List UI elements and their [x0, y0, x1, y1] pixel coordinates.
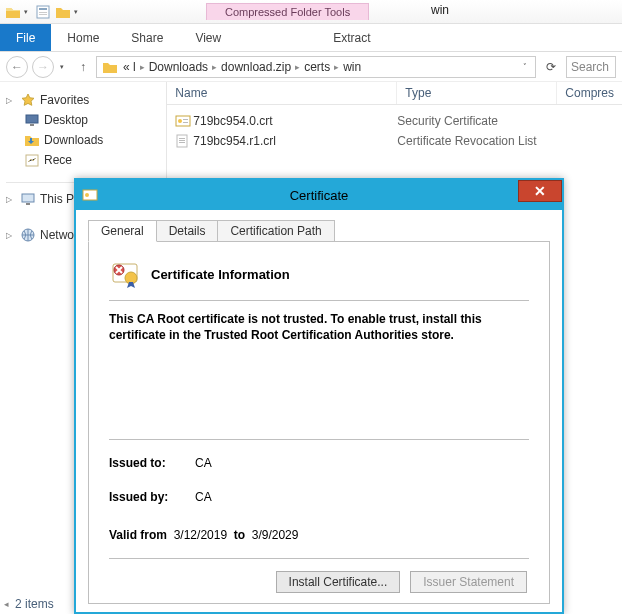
- dialog-titlebar[interactable]: Certificate ✕: [76, 180, 562, 210]
- certificate-badge-icon: [109, 258, 141, 290]
- history-dropdown-icon[interactable]: ▾: [60, 63, 68, 71]
- svg-rect-2: [39, 12, 47, 13]
- file-type: Certificate Revocation List: [397, 134, 557, 148]
- tab-general[interactable]: General: [88, 220, 157, 242]
- search-input[interactable]: Search: [566, 56, 616, 78]
- tab-panel-general: Certificate Information This CA Root cer…: [88, 242, 550, 604]
- computer-icon: [20, 191, 36, 207]
- sidebar-item-downloads[interactable]: Downloads: [6, 130, 160, 150]
- validity-row: Valid from 3/12/2019 to 3/9/2029: [109, 528, 529, 542]
- dialog-tabs: General Details Certification Path: [88, 220, 550, 242]
- new-folder-icon[interactable]: [54, 3, 72, 21]
- collapse-icon[interactable]: ▷: [6, 96, 16, 105]
- close-button[interactable]: ✕: [518, 180, 562, 202]
- breadcrumb[interactable]: win: [343, 60, 361, 74]
- file-tab[interactable]: File: [0, 24, 51, 51]
- breadcrumb[interactable]: Downloads: [149, 60, 208, 74]
- status-bar: ◂ 2 items: [4, 597, 54, 611]
- back-button[interactable]: ←: [6, 56, 28, 78]
- favorites-label: Favorites: [40, 93, 89, 107]
- sidebar-item-label: Desktop: [44, 113, 88, 127]
- svg-rect-7: [22, 194, 34, 202]
- certificate-dialog: Certificate ✕ General Details Certificat…: [74, 178, 564, 614]
- chevron-right-icon[interactable]: ▸: [140, 62, 145, 72]
- properties-icon[interactable]: [34, 3, 52, 21]
- tab-extract[interactable]: Extract: [309, 24, 394, 51]
- favorites-group[interactable]: ▷ Favorites: [6, 90, 160, 110]
- network-icon: [20, 227, 36, 243]
- chevron-right-icon[interactable]: ▸: [295, 62, 300, 72]
- contextual-tools-tab[interactable]: Compressed Folder Tools: [206, 3, 369, 20]
- file-type: Security Certificate: [397, 114, 557, 128]
- issued-to-row: Issued to: CA: [109, 456, 529, 470]
- issued-by-row: Issued by: CA: [109, 490, 529, 504]
- sidebar-item-desktop[interactable]: Desktop: [6, 110, 160, 130]
- address-bar[interactable]: « l ▸ Downloads ▸ download.zip ▸ certs ▸…: [96, 56, 536, 78]
- svg-point-19: [85, 193, 89, 197]
- svg-point-11: [178, 119, 182, 123]
- certificate-info-heading: Certificate Information: [151, 267, 290, 282]
- column-headers[interactable]: Name Type Compres: [167, 82, 622, 105]
- svg-rect-16: [179, 140, 185, 141]
- table-row[interactable]: 719bc954.0.crt Security Certificate: [167, 111, 622, 131]
- tab-details[interactable]: Details: [156, 220, 219, 242]
- issuer-statement-button: Issuer Statement: [410, 571, 527, 593]
- quick-access-toolbar: ▾ ▾ Compressed Folder Tools win: [0, 0, 622, 24]
- svg-rect-8: [26, 203, 30, 205]
- issued-to-value: CA: [195, 456, 212, 470]
- file-name: 719bc954.0.crt: [193, 114, 397, 128]
- tab-share[interactable]: Share: [115, 24, 179, 51]
- svg-rect-13: [183, 122, 188, 123]
- breadcrumb[interactable]: « l: [123, 60, 136, 74]
- ribbon-tabs: File Home Share View Extract: [0, 24, 622, 52]
- svg-rect-1: [39, 8, 47, 10]
- recent-icon: [24, 152, 40, 168]
- svg-rect-4: [26, 115, 38, 123]
- valid-to-label: to: [234, 528, 245, 542]
- qat-dropdown-icon[interactable]: ▾: [24, 8, 32, 16]
- issued-by-label: Issued by:: [109, 490, 187, 504]
- item-count: 2 items: [15, 597, 54, 611]
- column-type[interactable]: Type: [397, 82, 557, 104]
- breadcrumb[interactable]: download.zip: [221, 60, 291, 74]
- svg-rect-17: [179, 142, 185, 143]
- valid-from-label: Valid from: [109, 528, 167, 542]
- collapse-icon[interactable]: ▷: [6, 231, 16, 240]
- sidebar-item-recent[interactable]: Rece: [6, 150, 160, 170]
- address-dropdown-icon[interactable]: ˅: [523, 63, 531, 71]
- trust-warning-message: This CA Root certificate is not trusted.…: [109, 311, 529, 343]
- explorer-icon[interactable]: [4, 3, 22, 21]
- downloads-icon: [24, 132, 40, 148]
- svg-rect-15: [179, 138, 185, 139]
- chevron-right-icon[interactable]: ▸: [334, 62, 339, 72]
- issued-to-label: Issued to:: [109, 456, 187, 470]
- sidebar-item-label: Rece: [44, 153, 72, 167]
- column-name[interactable]: Name: [167, 82, 397, 104]
- breadcrumb[interactable]: certs: [304, 60, 330, 74]
- refresh-button[interactable]: ⟳: [540, 56, 562, 78]
- valid-to-value: 3/9/2029: [252, 528, 299, 542]
- install-certificate-button[interactable]: Install Certificate...: [276, 571, 401, 593]
- dialog-title: Certificate: [290, 188, 349, 203]
- collapse-icon[interactable]: ▷: [6, 195, 16, 204]
- svg-rect-3: [39, 14, 47, 15]
- network-label: Netwo: [40, 228, 74, 242]
- window-title: win: [431, 3, 449, 17]
- certificate-icon: [76, 188, 104, 202]
- chevron-right-icon[interactable]: ▸: [212, 62, 217, 72]
- svg-rect-5: [30, 124, 34, 126]
- tab-home[interactable]: Home: [51, 24, 115, 51]
- chevron-left-icon[interactable]: ◂: [4, 599, 9, 609]
- forward-button[interactable]: →: [32, 56, 54, 78]
- qat-customize-icon[interactable]: ▾: [74, 8, 82, 16]
- tab-view[interactable]: View: [179, 24, 237, 51]
- up-button[interactable]: ↑: [74, 60, 92, 74]
- navigation-toolbar: ← → ▾ ↑ « l ▸ Downloads ▸ download.zip ▸…: [0, 52, 622, 82]
- star-icon: [20, 92, 36, 108]
- valid-from-value: 3/12/2019: [174, 528, 227, 542]
- tab-certification-path[interactable]: Certification Path: [217, 220, 334, 242]
- sidebar-item-label: Downloads: [44, 133, 103, 147]
- table-row[interactable]: 719bc954.r1.crl Certificate Revocation L…: [167, 131, 622, 151]
- svg-rect-12: [183, 119, 188, 120]
- column-compressed[interactable]: Compres: [557, 82, 622, 104]
